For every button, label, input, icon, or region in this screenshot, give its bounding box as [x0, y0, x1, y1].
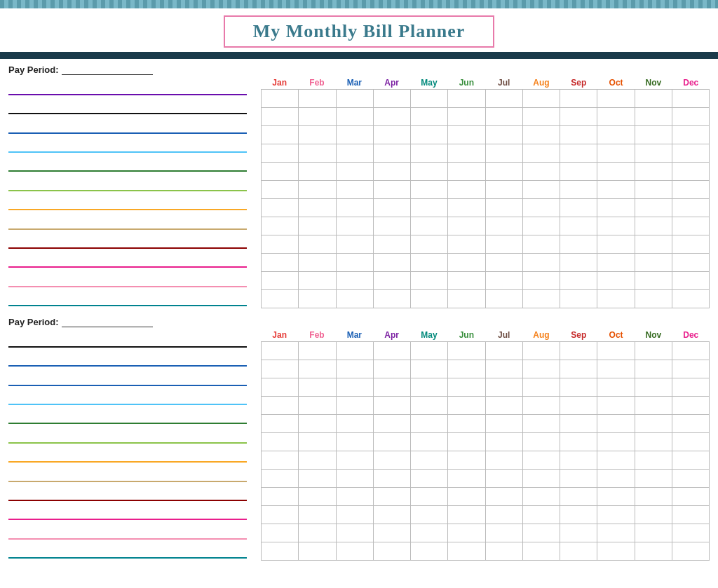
grid-cell[interactable]	[299, 163, 336, 181]
grid-cell[interactable]	[299, 524, 336, 542]
grid-cell[interactable]	[635, 126, 672, 144]
grid-cell[interactable]	[299, 542, 336, 561]
grid-cell[interactable]	[448, 272, 485, 290]
grid-cell[interactable]	[336, 217, 373, 235]
grid-cell[interactable]	[373, 126, 410, 144]
grid-cell[interactable]	[597, 235, 635, 254]
grid-cell[interactable]	[411, 542, 448, 561]
grid-cell[interactable]	[560, 254, 597, 272]
grid-cell[interactable]	[672, 451, 709, 470]
grid-cell[interactable]	[672, 108, 709, 126]
grid-cell[interactable]	[485, 342, 522, 360]
grid-cell[interactable]	[560, 433, 597, 451]
grid-cell[interactable]	[262, 108, 299, 126]
grid-cell[interactable]	[597, 90, 635, 108]
pay-period-input-2[interactable]	[62, 317, 153, 327]
grid-cell[interactable]	[485, 199, 522, 217]
grid-cell[interactable]	[597, 488, 635, 506]
grid-cell[interactable]	[448, 470, 485, 488]
grid-cell[interactable]	[597, 506, 635, 524]
grid-cell[interactable]	[448, 235, 485, 254]
grid-cell[interactable]	[299, 397, 336, 415]
grid-cell[interactable]	[262, 235, 299, 254]
grid-cell[interactable]	[485, 524, 522, 542]
grid-cell[interactable]	[336, 235, 373, 254]
grid-cell[interactable]	[336, 397, 373, 415]
grid-cell[interactable]	[635, 254, 672, 272]
grid-cell[interactable]	[672, 378, 709, 397]
grid-cell[interactable]	[635, 488, 672, 506]
grid-cell[interactable]	[411, 506, 448, 524]
bill-line-1[interactable]	[8, 331, 255, 349]
bill-line-6[interactable]	[8, 427, 255, 445]
grid-cell[interactable]	[635, 199, 672, 217]
grid-cell[interactable]	[672, 217, 709, 235]
grid-cell[interactable]	[262, 342, 299, 360]
bill-line-2[interactable]	[8, 350, 255, 368]
grid-cell[interactable]	[672, 397, 709, 415]
grid-cell[interactable]	[336, 415, 373, 433]
grid-cell[interactable]	[597, 163, 635, 181]
grid-cell[interactable]	[522, 342, 560, 360]
grid-cell[interactable]	[411, 342, 448, 360]
grid-cell[interactable]	[672, 90, 709, 108]
grid-cell[interactable]	[262, 488, 299, 506]
grid-cell[interactable]	[299, 199, 336, 217]
grid-cell[interactable]	[560, 235, 597, 254]
grid-cell[interactable]	[635, 506, 672, 524]
grid-cell[interactable]	[672, 199, 709, 217]
grid-cell[interactable]	[672, 126, 709, 144]
grid-cell[interactable]	[560, 451, 597, 470]
grid-cell[interactable]	[299, 451, 336, 470]
grid-cell[interactable]	[448, 90, 485, 108]
grid-cell[interactable]	[411, 199, 448, 217]
grid-cell[interactable]	[672, 181, 709, 199]
grid-cell[interactable]	[560, 272, 597, 290]
grid-cell[interactable]	[560, 506, 597, 524]
grid-cell[interactable]	[373, 163, 410, 181]
grid-cell[interactable]	[635, 108, 672, 126]
grid-cell[interactable]	[336, 524, 373, 542]
grid-cell[interactable]	[560, 126, 597, 144]
grid-cell[interactable]	[373, 488, 410, 506]
grid-cell[interactable]	[448, 360, 485, 378]
grid-cell[interactable]	[672, 433, 709, 451]
grid-cell[interactable]	[522, 506, 560, 524]
grid-cell[interactable]	[448, 378, 485, 397]
grid-cell[interactable]	[262, 470, 299, 488]
grid-cell[interactable]	[522, 470, 560, 488]
grid-cell[interactable]	[597, 451, 635, 470]
bill-line-4[interactable]	[8, 388, 255, 406]
grid-cell[interactable]	[373, 272, 410, 290]
bill-line-10[interactable]	[8, 503, 255, 521]
grid-cell[interactable]	[672, 272, 709, 290]
grid-cell[interactable]	[597, 254, 635, 272]
grid-cell[interactable]	[448, 524, 485, 542]
grid-cell[interactable]	[448, 506, 485, 524]
grid-cell[interactable]	[262, 433, 299, 451]
grid-cell[interactable]	[485, 433, 522, 451]
grid-cell[interactable]	[448, 451, 485, 470]
grid-cell[interactable]	[411, 470, 448, 488]
grid-cell[interactable]	[336, 488, 373, 506]
grid-cell[interactable]	[597, 272, 635, 290]
grid-cell[interactable]	[485, 235, 522, 254]
grid-cell[interactable]	[336, 126, 373, 144]
grid-cell[interactable]	[560, 342, 597, 360]
grid-cell[interactable]	[411, 108, 448, 126]
bill-line-2[interactable]	[8, 97, 255, 116]
grid-cell[interactable]	[597, 378, 635, 397]
grid-cell[interactable]	[522, 254, 560, 272]
grid-cell[interactable]	[485, 290, 522, 308]
grid-cell[interactable]	[485, 542, 522, 561]
grid-cell[interactable]	[411, 397, 448, 415]
grid-cell[interactable]	[448, 254, 485, 272]
grid-cell[interactable]	[672, 506, 709, 524]
grid-cell[interactable]	[262, 524, 299, 542]
grid-cell[interactable]	[373, 360, 410, 378]
grid-cell[interactable]	[672, 235, 709, 254]
bill-line-10[interactable]	[8, 251, 255, 269]
grid-cell[interactable]	[635, 360, 672, 378]
bill-line-9[interactable]	[8, 232, 255, 250]
grid-cell[interactable]	[560, 542, 597, 561]
